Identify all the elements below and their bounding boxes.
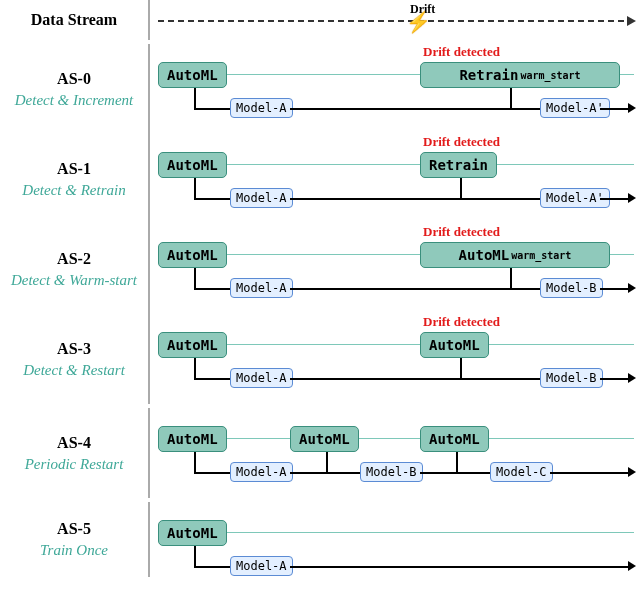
model-label: Model-A [236,281,287,295]
as4-name: AS-4 [57,434,91,452]
connector [460,358,462,380]
automl-box: AutoML [158,242,227,268]
automl-label: AutoML [459,247,510,263]
as2-sub: Detect & Warm-start [11,272,137,289]
retrain-box: Retrainwarm_start [420,62,620,88]
model-box: Model-A [230,188,293,208]
as0-name: AS-0 [57,70,91,88]
drift-detected: Drift detected [423,224,500,240]
model-label: Model-B [546,371,597,385]
as5-name: AS-5 [57,520,91,538]
green-line [158,438,634,439]
label-as1: AS-1 Detect & Retrain [0,134,150,224]
automl-label: AutoML [167,431,218,447]
automl-box: AutoML [290,426,359,452]
connector [194,178,196,200]
automl-box: AutoML [158,152,227,178]
label-as4: AS-4 Periodic Restart [0,408,150,498]
diagram-as0: Drift detected AutoML Retrainwarm_start … [150,44,640,134]
connector [510,268,512,290]
green-line [158,532,634,533]
row-as3: AS-3 Detect & Restart Drift detected Aut… [0,314,640,404]
connector [510,108,540,110]
diagram-as1: Drift detected AutoML Retrain Model-A Mo… [150,134,640,224]
connector [600,108,628,110]
as2-name: AS-2 [57,250,91,268]
data-stream-title: Data Stream [31,11,117,29]
automl-box: AutoML [158,426,227,452]
stream-arrow [158,20,634,22]
retrain-box: Retrain [420,152,497,178]
connector [194,566,230,568]
drift-detected: Drift detected [423,44,500,60]
row-as5: AS-5 Train Once AutoML Model-A [0,502,640,577]
connector [194,452,196,474]
model-box: Model-B [540,278,603,298]
arrow-icon [628,103,636,113]
as4-sub: Periodic Restart [25,456,124,473]
label-as2: AS-2 Detect & Warm-start [0,224,150,314]
connector [194,358,196,380]
automl-box: AutoML [158,332,227,358]
connector [326,472,360,474]
model-label: Model-B [366,465,417,479]
connector [194,288,230,290]
diagram-as4: AutoML AutoML AutoML Model-A Model-B Mod… [150,408,640,498]
automl-box: AutoML [420,332,489,358]
automl-label: AutoML [167,247,218,263]
model-label: Model-A [236,465,287,479]
automl-label: AutoML [429,337,480,353]
model-label: Model-C [496,465,547,479]
header-row: Data Stream Drift ⚡ [0,0,640,40]
connector [420,472,456,474]
automl-ws-box: AutoMLwarm_start [420,242,610,268]
lightning-icon: ⚡ [406,10,431,34]
automl-sub: warm_start [511,250,571,261]
connector [194,546,196,568]
header-label-col: Data Stream [0,0,150,40]
retrain-sub: warm_start [520,70,580,81]
diagram-as5: AutoML Model-A [150,502,640,577]
connector [460,178,462,200]
label-as5: AS-5 Train Once [0,502,150,577]
model-label: Model-A' [546,101,604,115]
model-label: Model-A [236,371,287,385]
connector [290,108,540,110]
header-timeline: Drift ⚡ [150,0,640,40]
automl-box: AutoML [158,520,227,546]
as5-sub: Train Once [40,542,108,559]
diagram-as2: Drift detected AutoML AutoMLwarm_start M… [150,224,640,314]
diagram-as3: Drift detected AutoML AutoML Model-A Mod… [150,314,640,404]
model-label: Model-B [546,281,597,295]
automl-label: AutoML [167,525,218,541]
green-line [158,164,634,165]
automl-label: AutoML [299,431,350,447]
automl-label: AutoML [167,67,218,83]
automl-box: AutoML [158,62,227,88]
automl-label: AutoML [429,431,480,447]
connector [194,378,230,380]
model-box: Model-A [230,98,293,118]
model-label: Model-A [236,101,287,115]
row-as0: AS-0 Detect & Increment Drift detected A… [0,44,640,134]
as1-name: AS-1 [57,160,91,178]
row-as1: AS-1 Detect & Retrain Drift detected Aut… [0,134,640,224]
connector [600,378,628,380]
connector [194,268,196,290]
connector [456,472,490,474]
connector [600,288,628,290]
connector [460,198,540,200]
connector [194,198,230,200]
connector [194,88,196,110]
connector [290,288,540,290]
model-box: Model-B [540,368,603,388]
model-box: Model-A [230,462,293,482]
arrow-icon [628,193,636,203]
connector [600,198,628,200]
connector [194,472,230,474]
as0-sub: Detect & Increment [15,92,134,109]
model-box: Model-A [230,556,293,576]
automl-label: AutoML [167,337,218,353]
label-as0: AS-0 Detect & Increment [0,44,150,134]
retrain-label: Retrain [429,157,488,173]
